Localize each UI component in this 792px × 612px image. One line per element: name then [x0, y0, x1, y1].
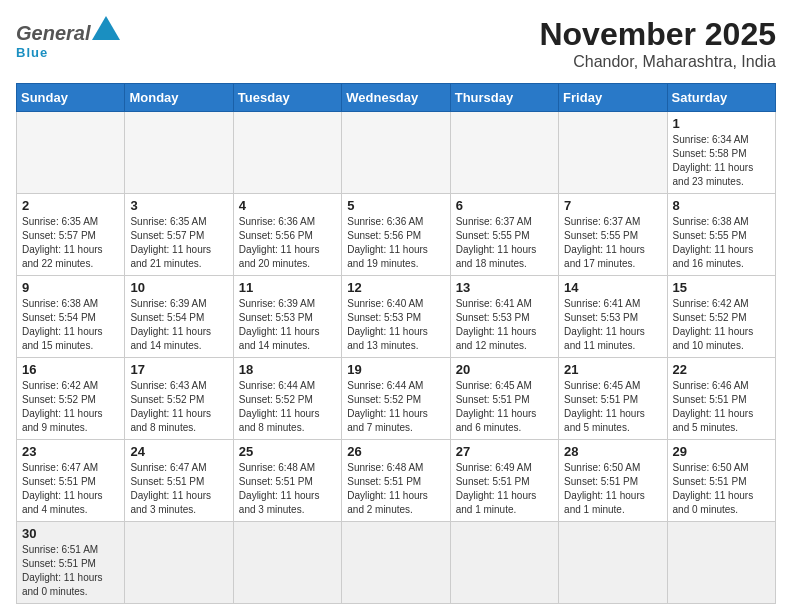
- day-25: 25 Sunrise: 6:48 AMSunset: 5:51 PMDaylig…: [233, 440, 341, 522]
- day-info-25: Sunrise: 6:48 AMSunset: 5:51 PMDaylight:…: [239, 462, 320, 515]
- day-info-12: Sunrise: 6:40 AMSunset: 5:53 PMDaylight:…: [347, 298, 428, 351]
- day-info-13: Sunrise: 6:41 AMSunset: 5:53 PMDaylight:…: [456, 298, 537, 351]
- month-title: November 2025: [539, 16, 776, 53]
- day-10: 10 Sunrise: 6:39 AMSunset: 5:54 PMDaylig…: [125, 276, 233, 358]
- day-number-15: 15: [673, 280, 770, 295]
- empty-cell: [559, 522, 667, 604]
- day-15: 15 Sunrise: 6:42 AMSunset: 5:52 PMDaylig…: [667, 276, 775, 358]
- day-29: 29 Sunrise: 6:50 AMSunset: 5:51 PMDaylig…: [667, 440, 775, 522]
- logo-wordmark: General: [16, 16, 122, 45]
- logo-general: General: [16, 22, 90, 45]
- day-22: 22 Sunrise: 6:46 AMSunset: 5:51 PMDaylig…: [667, 358, 775, 440]
- day-number-29: 29: [673, 444, 770, 459]
- logo-triangle-icon: [92, 16, 120, 40]
- day-23: 23 Sunrise: 6:47 AMSunset: 5:51 PMDaylig…: [17, 440, 125, 522]
- day-number-1: 1: [673, 116, 770, 131]
- calendar-header-row: Sunday Monday Tuesday Wednesday Thursday…: [17, 84, 776, 112]
- day-24: 24 Sunrise: 6:47 AMSunset: 5:51 PMDaylig…: [125, 440, 233, 522]
- day-27: 27 Sunrise: 6:49 AMSunset: 5:51 PMDaylig…: [450, 440, 558, 522]
- header-friday: Friday: [559, 84, 667, 112]
- day-12: 12 Sunrise: 6:40 AMSunset: 5:53 PMDaylig…: [342, 276, 450, 358]
- calendar-row-2: 2 Sunrise: 6:35 AMSunset: 5:57 PMDayligh…: [17, 194, 776, 276]
- day-number-14: 14: [564, 280, 661, 295]
- day-5: 5 Sunrise: 6:36 AMSunset: 5:56 PMDayligh…: [342, 194, 450, 276]
- day-number-16: 16: [22, 362, 119, 377]
- day-info-10: Sunrise: 6:39 AMSunset: 5:54 PMDaylight:…: [130, 298, 211, 351]
- header-monday: Monday: [125, 84, 233, 112]
- empty-cell: [559, 112, 667, 194]
- logo-blue-label: Blue: [16, 45, 48, 60]
- empty-cell: [667, 522, 775, 604]
- logo: General Blue: [16, 16, 122, 60]
- day-info-11: Sunrise: 6:39 AMSunset: 5:53 PMDaylight:…: [239, 298, 320, 351]
- day-info-14: Sunrise: 6:41 AMSunset: 5:53 PMDaylight:…: [564, 298, 645, 351]
- day-number-19: 19: [347, 362, 444, 377]
- day-info-17: Sunrise: 6:43 AMSunset: 5:52 PMDaylight:…: [130, 380, 211, 433]
- page-header: General Blue November 2025 Chandor, Maha…: [16, 16, 776, 71]
- day-number-26: 26: [347, 444, 444, 459]
- day-13: 13 Sunrise: 6:41 AMSunset: 5:53 PMDaylig…: [450, 276, 558, 358]
- day-number-4: 4: [239, 198, 336, 213]
- day-number-11: 11: [239, 280, 336, 295]
- day-number-2: 2: [22, 198, 119, 213]
- empty-cell: [450, 522, 558, 604]
- logo-icon: General: [16, 16, 122, 45]
- day-info-22: Sunrise: 6:46 AMSunset: 5:51 PMDaylight:…: [673, 380, 754, 433]
- day-number-9: 9: [22, 280, 119, 295]
- day-info-21: Sunrise: 6:45 AMSunset: 5:51 PMDaylight:…: [564, 380, 645, 433]
- calendar-row-6: 30 Sunrise: 6:51 AMSunset: 5:51 PMDaylig…: [17, 522, 776, 604]
- empty-cell: [125, 112, 233, 194]
- day-14: 14 Sunrise: 6:41 AMSunset: 5:53 PMDaylig…: [559, 276, 667, 358]
- day-number-7: 7: [564, 198, 661, 213]
- location-subtitle: Chandor, Maharashtra, India: [539, 53, 776, 71]
- day-1: 1 Sunrise: 6:34 AMSunset: 5:58 PMDayligh…: [667, 112, 775, 194]
- day-info-19: Sunrise: 6:44 AMSunset: 5:52 PMDaylight:…: [347, 380, 428, 433]
- day-number-13: 13: [456, 280, 553, 295]
- day-number-3: 3: [130, 198, 227, 213]
- calendar-row-4: 16 Sunrise: 6:42 AMSunset: 5:52 PMDaylig…: [17, 358, 776, 440]
- header-tuesday: Tuesday: [233, 84, 341, 112]
- title-area: November 2025 Chandor, Maharashtra, Indi…: [539, 16, 776, 71]
- day-number-6: 6: [456, 198, 553, 213]
- day-21: 21 Sunrise: 6:45 AMSunset: 5:51 PMDaylig…: [559, 358, 667, 440]
- day-info-5: Sunrise: 6:36 AMSunset: 5:56 PMDaylight:…: [347, 216, 428, 269]
- day-number-25: 25: [239, 444, 336, 459]
- day-info-27: Sunrise: 6:49 AMSunset: 5:51 PMDaylight:…: [456, 462, 537, 515]
- day-9: 9 Sunrise: 6:38 AMSunset: 5:54 PMDayligh…: [17, 276, 125, 358]
- day-16: 16 Sunrise: 6:42 AMSunset: 5:52 PMDaylig…: [17, 358, 125, 440]
- empty-cell: [125, 522, 233, 604]
- svg-marker-0: [92, 16, 120, 40]
- day-number-23: 23: [22, 444, 119, 459]
- day-info-16: Sunrise: 6:42 AMSunset: 5:52 PMDaylight:…: [22, 380, 103, 433]
- day-number-10: 10: [130, 280, 227, 295]
- day-number-20: 20: [456, 362, 553, 377]
- day-number-30: 30: [22, 526, 119, 541]
- empty-cell: [342, 112, 450, 194]
- calendar-table: Sunday Monday Tuesday Wednesday Thursday…: [16, 83, 776, 604]
- calendar-row-5: 23 Sunrise: 6:47 AMSunset: 5:51 PMDaylig…: [17, 440, 776, 522]
- day-info-20: Sunrise: 6:45 AMSunset: 5:51 PMDaylight:…: [456, 380, 537, 433]
- day-info-8: Sunrise: 6:38 AMSunset: 5:55 PMDaylight:…: [673, 216, 754, 269]
- day-info-1: Sunrise: 6:34 AMSunset: 5:58 PMDaylight:…: [673, 134, 754, 187]
- day-info-26: Sunrise: 6:48 AMSunset: 5:51 PMDaylight:…: [347, 462, 428, 515]
- day-info-6: Sunrise: 6:37 AMSunset: 5:55 PMDaylight:…: [456, 216, 537, 269]
- day-7: 7 Sunrise: 6:37 AMSunset: 5:55 PMDayligh…: [559, 194, 667, 276]
- day-info-18: Sunrise: 6:44 AMSunset: 5:52 PMDaylight:…: [239, 380, 320, 433]
- day-number-27: 27: [456, 444, 553, 459]
- day-4: 4 Sunrise: 6:36 AMSunset: 5:56 PMDayligh…: [233, 194, 341, 276]
- day-number-17: 17: [130, 362, 227, 377]
- header-sunday: Sunday: [17, 84, 125, 112]
- day-number-18: 18: [239, 362, 336, 377]
- day-19: 19 Sunrise: 6:44 AMSunset: 5:52 PMDaylig…: [342, 358, 450, 440]
- day-8: 8 Sunrise: 6:38 AMSunset: 5:55 PMDayligh…: [667, 194, 775, 276]
- calendar-row-3: 9 Sunrise: 6:38 AMSunset: 5:54 PMDayligh…: [17, 276, 776, 358]
- calendar-row-1: 1 Sunrise: 6:34 AMSunset: 5:58 PMDayligh…: [17, 112, 776, 194]
- day-26: 26 Sunrise: 6:48 AMSunset: 5:51 PMDaylig…: [342, 440, 450, 522]
- day-info-15: Sunrise: 6:42 AMSunset: 5:52 PMDaylight:…: [673, 298, 754, 351]
- empty-cell: [233, 522, 341, 604]
- empty-cell: [342, 522, 450, 604]
- header-saturday: Saturday: [667, 84, 775, 112]
- day-info-2: Sunrise: 6:35 AMSunset: 5:57 PMDaylight:…: [22, 216, 103, 269]
- day-info-29: Sunrise: 6:50 AMSunset: 5:51 PMDaylight:…: [673, 462, 754, 515]
- day-30: 30 Sunrise: 6:51 AMSunset: 5:51 PMDaylig…: [17, 522, 125, 604]
